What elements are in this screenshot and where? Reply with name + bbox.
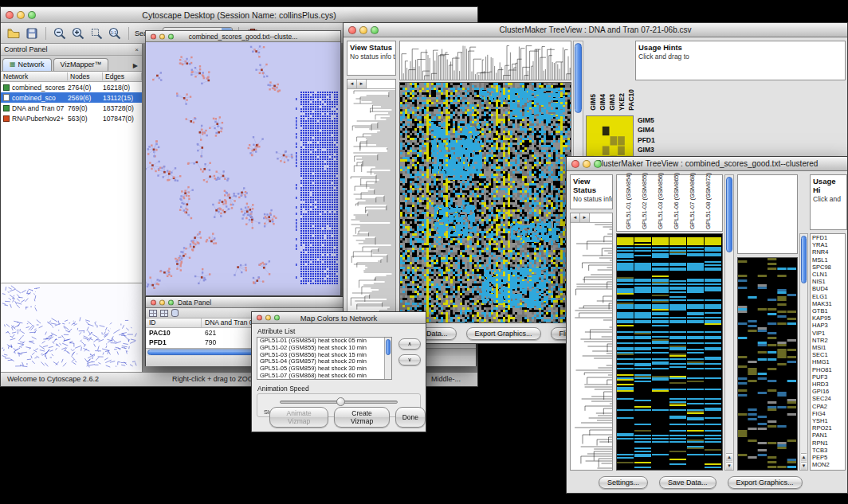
scrollbar-thumb[interactable]: [575, 43, 582, 113]
gene-label[interactable]: MSI1: [812, 344, 845, 351]
zoom-window-icon[interactable]: [594, 160, 602, 168]
gene-label[interactable]: MSL1: [812, 256, 845, 264]
gene-label[interactable]: SEC24: [812, 395, 845, 402]
minimize-icon[interactable]: [583, 160, 591, 168]
column-header[interactable]: Network: [1, 72, 68, 80]
tab-vizmapper[interactable]: VizMapper™: [53, 58, 109, 71]
secondary-heatmap-canvas[interactable]: [738, 258, 797, 470]
scroll-up-icon[interactable]: ▲: [801, 453, 807, 461]
gene-label[interactable]: RPO21: [812, 424, 845, 432]
column-header[interactable]: Edges: [103, 72, 142, 80]
create-vizmap-button[interactable]: Create Vizmap: [334, 407, 389, 428]
speed-slider[interactable]: [280, 400, 398, 404]
gene-label[interactable]: GTB1: [812, 307, 845, 315]
close-icon[interactable]: [257, 315, 262, 321]
heatmap-canvas[interactable]: [617, 234, 722, 470]
vertical-scrollbar[interactable]: ▲ ▼: [724, 174, 734, 471]
network-row[interactable]: RNAPuberNov2+563(0)107847(0): [1, 113, 142, 123]
zoom-fit-icon[interactable]: 1:1: [107, 25, 123, 41]
gene-label[interactable]: RNR4: [812, 248, 845, 256]
gene-label[interactable]: MAK31: [812, 300, 845, 307]
zoom-window-icon[interactable]: [274, 315, 280, 321]
gene-label[interactable]: HRD3: [812, 381, 845, 388]
gene-label[interactable]: CLN1: [812, 271, 845, 278]
network-row[interactable]: DNA and Tran 07769(0)183728(0): [1, 103, 142, 113]
minimize-icon[interactable]: [159, 33, 165, 39]
zoom-window-icon[interactable]: [28, 11, 36, 19]
network-canvas[interactable]: [146, 42, 340, 295]
column-header[interactable]: Nodes: [68, 72, 103, 80]
scrollbar-thumb[interactable]: [726, 177, 732, 252]
create-attribute-icon[interactable]: [160, 310, 168, 317]
minimize-icon[interactable]: [265, 315, 271, 321]
zoom-window-icon[interactable]: [371, 26, 379, 34]
gene-label[interactable]: YRA1: [812, 241, 845, 248]
gene-label[interactable]: PHO81: [812, 366, 845, 373]
gene-label[interactable]: PAN1: [812, 432, 845, 439]
attribute-item[interactable]: GPL51-07 (GSM868) heat shock 60 min: [258, 373, 383, 380]
gene-label[interactable]: SPC98: [812, 264, 845, 271]
close-panel-icon[interactable]: ×: [135, 46, 139, 53]
secondary-heatmap-panel[interactable]: [737, 257, 798, 471]
close-icon[interactable]: [151, 33, 156, 39]
scroll-up-icon[interactable]: ▲: [726, 453, 732, 461]
gene-label[interactable]: CPA2: [812, 403, 845, 410]
cytoscape-titlebar[interactable]: Cytoscape Desktop (Session Name: collins…: [1, 7, 477, 23]
treeview-titlebar[interactable]: ClusterMaker TreeView : combined_scores_…: [567, 157, 847, 171]
row-dendrogram-panel[interactable]: ◄ ►: [347, 79, 396, 322]
gene-label[interactable]: PUF3: [812, 373, 845, 381]
network-view-titlebar[interactable]: combined_scores_good.txt--cluste...: [146, 31, 340, 42]
network-table-header[interactable]: Network Nodes Edges: [1, 72, 142, 82]
heatmap-panel[interactable]: [616, 233, 723, 471]
gene-label[interactable]: FIG4: [812, 410, 845, 417]
settings-button[interactable]: Settings...: [599, 476, 648, 489]
gene-label[interactable]: KAP95: [812, 315, 845, 322]
gene-label[interactable]: VIP1: [812, 330, 845, 337]
network-row[interactable]: combined_sco2569(6)13112(15): [1, 92, 142, 103]
scrollbar-thumb[interactable]: [386, 339, 391, 355]
gene-label[interactable]: PFD1: [812, 234, 845, 241]
export-graphics-button[interactable]: Export Graphics...: [728, 476, 803, 489]
move-down-button[interactable]: ∨: [398, 354, 421, 365]
gene-label[interactable]: HMG1: [812, 358, 845, 365]
row-dendrogram-canvas[interactable]: [571, 223, 612, 469]
gene-label[interactable]: ELG1: [812, 293, 845, 300]
gene-label[interactable]: NTR2: [812, 337, 845, 344]
gene-label[interactable]: RPN1: [812, 440, 845, 447]
dendrogram-scrollbar[interactable]: ◄ ►: [571, 213, 612, 223]
network-row[interactable]: combined_scores2764(0)16218(0): [1, 82, 142, 92]
move-up-button[interactable]: ∧: [398, 338, 421, 350]
gene-label[interactable]: NIS1: [812, 278, 845, 285]
scroll-left-icon[interactable]: ◄: [347, 80, 357, 88]
zoom-window-icon[interactable]: [168, 33, 174, 39]
gene-label[interactable]: HAP3: [812, 322, 845, 329]
column-header[interactable]: ID: [146, 318, 202, 327]
column-dendrogram-panel[interactable]: [399, 41, 571, 80]
import-attributes-icon[interactable]: [171, 309, 179, 317]
gene-label[interactable]: GPI16: [812, 388, 845, 395]
gene-label[interactable]: SEC1: [812, 351, 845, 358]
gene-label[interactable]: BUD4: [812, 285, 845, 292]
select-attributes-icon[interactable]: [149, 310, 157, 317]
vertical-scrollbar[interactable]: ▲ ▼: [799, 233, 808, 471]
treeview-titlebar[interactable]: ClusterMaker TreeView : DNA and Tran 07-…: [344, 23, 847, 37]
gene-label[interactable]: TCB3: [812, 447, 845, 454]
save-session-icon[interactable]: [24, 25, 40, 41]
tab-network[interactable]: ▦ Network: [2, 58, 52, 71]
done-button[interactable]: Done: [395, 407, 426, 428]
slider-thumb[interactable]: [336, 397, 345, 406]
row-dendrogram-panel[interactable]: ◄ ►: [570, 213, 613, 471]
row-dendrogram-canvas[interactable]: [347, 89, 395, 322]
network-overview-thumbnail[interactable]: [2, 284, 140, 370]
animate-vizmap-button[interactable]: Animate Vizmap: [269, 407, 328, 428]
dialog-titlebar[interactable]: Map Colors to Network: [252, 312, 426, 324]
scroll-down-icon[interactable]: ▼: [801, 462, 807, 470]
attribute-listbox[interactable]: GPL51-01 (GSM854) heat shock 05 minGPL51…: [257, 337, 392, 380]
close-icon[interactable]: [151, 299, 156, 305]
zoom-window-icon[interactable]: [168, 299, 174, 305]
minimize-icon[interactable]: [359, 26, 367, 34]
heatmap-panel[interactable]: [399, 82, 571, 323]
close-icon[interactable]: [6, 11, 14, 19]
scroll-right-icon[interactable]: ►: [357, 80, 367, 88]
network-overview-panel[interactable]: [1, 283, 142, 372]
